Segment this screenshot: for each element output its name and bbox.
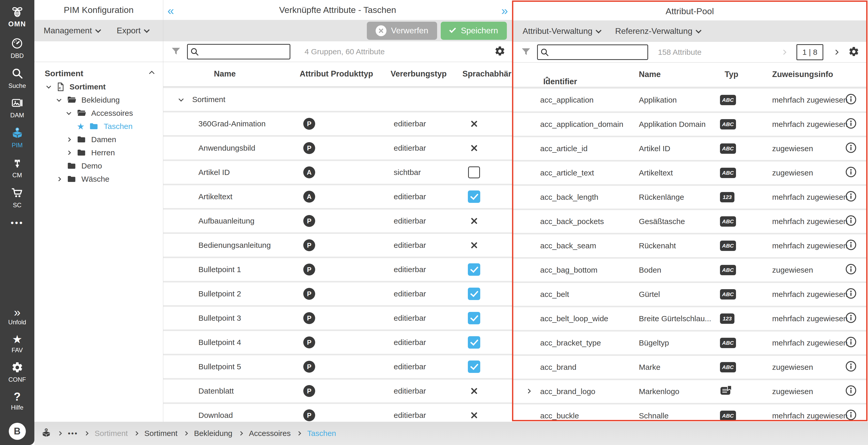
- sidebar-item-fav[interactable]: ★ FAV: [11, 333, 23, 354]
- tree-node-accessoires[interactable]: Accessoires: [34, 107, 163, 120]
- table-row[interactable]: Aufbauanleitung editierbar: [163, 208, 512, 232]
- omn-logo[interactable]: OMN: [8, 5, 26, 28]
- referenz-verwaltung-menu[interactable]: Referenz-Verwaltung: [615, 26, 701, 36]
- tree-node-bekleidung[interactable]: Bekleidung: [34, 93, 163, 107]
- sidebar-item-dbd[interactable]: DBD: [10, 37, 24, 59]
- table-row[interactable]: acc_belt Gürtel ABC: [513, 281, 866, 306]
- language-dependent-toggle[interactable]: [468, 190, 480, 203]
- table-settings-gear-icon[interactable]: [494, 46, 505, 58]
- expander-icon[interactable]: [66, 138, 71, 141]
- page-previous-icon[interactable]: [781, 50, 786, 55]
- expand-panel-icon[interactable]: »: [501, 4, 508, 18]
- sidebar-item-conf[interactable]: CONF: [8, 361, 26, 383]
- pim-context-icon[interactable]: P: [41, 427, 52, 440]
- sidebar-item-hilfe[interactable]: ? Hilfe: [11, 391, 23, 411]
- language-dependent-toggle[interactable]: [468, 360, 480, 373]
- tree-node-herren[interactable]: Herren: [34, 146, 163, 159]
- table-row[interactable]: acc_back_pockets Gesäßtasche ABC: [513, 209, 866, 233]
- table-row[interactable]: Anwendungsbild editierbar: [163, 135, 512, 159]
- table-row[interactable]: acc_belt_loop_wide Breite Gürtelschlau..…: [513, 306, 866, 330]
- filter-funnel-icon[interactable]: [170, 46, 181, 58]
- group-row-sortiment[interactable]: Sortiment: [163, 87, 512, 111]
- table-row[interactable]: Bulletpoint 5 editierbar: [163, 354, 512, 378]
- table-row[interactable]: Download editierbar: [163, 403, 512, 422]
- expander-icon[interactable]: [46, 85, 52, 89]
- favorite-star-icon[interactable]: ★: [77, 122, 85, 131]
- collapse-panel-icon[interactable]: «: [167, 4, 174, 18]
- table-row[interactable]: acc_application Applikation ABC: [513, 87, 866, 111]
- search-input[interactable]: [537, 44, 648, 60]
- tree-node-waesche[interactable]: Wäsche: [34, 172, 163, 185]
- tree-node-demo[interactable]: Demo: [34, 159, 163, 172]
- info-icon[interactable]: [845, 190, 857, 204]
- table-row[interactable]: Bulletpoint 3 editierbar: [163, 305, 512, 329]
- more-apps-icon[interactable]: •••: [10, 218, 24, 228]
- expander-icon[interactable]: [66, 151, 71, 154]
- language-dependent-toggle[interactable]: [468, 142, 480, 154]
- table-row[interactable]: acc_brand_logo Markenlogo: [513, 379, 866, 403]
- table-row[interactable]: acc_back_seam Rückenaht ABC: [513, 233, 866, 257]
- info-icon[interactable]: [845, 142, 857, 155]
- table-row[interactable]: Bedienungsanleitung editierbar: [163, 232, 512, 257]
- info-icon[interactable]: [845, 166, 857, 180]
- language-dependent-toggle[interactable]: [468, 385, 480, 397]
- column-header-produkttyp[interactable]: Attribut Produkttyp: [300, 69, 373, 79]
- info-icon[interactable]: [845, 118, 857, 131]
- user-avatar[interactable]: B: [9, 423, 26, 440]
- column-header-name[interactable]: Name: [214, 69, 236, 79]
- language-dependent-toggle[interactable]: [468, 263, 480, 276]
- language-dependent-toggle[interactable]: [468, 312, 480, 325]
- breadcrumb-item-bekleidung[interactable]: Bekleidung: [194, 429, 232, 438]
- tree-section-header[interactable]: Sortiment: [45, 67, 154, 80]
- tree-node-damen[interactable]: Damen: [34, 133, 163, 146]
- table-row[interactable]: 360Grad-Animation editierbar: [163, 111, 512, 135]
- info-icon[interactable]: [845, 288, 857, 301]
- filter-funnel-icon[interactable]: [521, 46, 531, 58]
- sidebar-item-dam[interactable]: DAM: [10, 97, 24, 119]
- table-row[interactable]: acc_back_length Rückenlänge 123: [513, 184, 866, 209]
- info-icon[interactable]: [845, 336, 857, 350]
- table-row[interactable]: Bulletpoint 4 editierbar: [163, 329, 512, 354]
- breadcrumb-item-sortiment-2[interactable]: Sortiment: [145, 429, 178, 438]
- language-dependent-toggle[interactable]: [468, 166, 480, 179]
- info-icon[interactable]: [845, 239, 857, 253]
- table-settings-gear-icon[interactable]: [848, 46, 860, 58]
- info-icon[interactable]: [845, 409, 857, 421]
- info-icon[interactable]: [845, 93, 857, 107]
- table-row[interactable]: acc_article_text Artikeltext ABC: [513, 160, 866, 184]
- table-row[interactable]: Bulletpoint 1 editierbar: [163, 257, 512, 281]
- breadcrumb-item-accessoires[interactable]: Accessoires: [249, 429, 291, 438]
- column-header-vererbungstyp[interactable]: Vererbungstyp: [391, 69, 447, 79]
- table-row[interactable]: acc_article_id Artikel ID ABC: [513, 136, 866, 160]
- table-row[interactable]: Bulletpoint 2 editierbar: [163, 281, 512, 305]
- table-row[interactable]: acc_brand Marke ABC: [513, 354, 866, 379]
- sidebar-item-sc[interactable]: SC: [10, 186, 24, 209]
- table-row[interactable]: Datenblatt editierbar: [163, 378, 512, 403]
- table-row[interactable]: Artikeltext editierbar: [163, 184, 512, 208]
- row-expander-icon[interactable]: [527, 389, 530, 394]
- column-header-name[interactable]: Name: [639, 70, 660, 79]
- column-header-zuweisungsinfo[interactable]: Zuweisungsinfo: [772, 70, 833, 79]
- info-icon[interactable]: [845, 360, 857, 374]
- export-menu[interactable]: Export: [117, 26, 149, 35]
- breadcrumb-item-taschen-current[interactable]: Taschen: [307, 429, 336, 438]
- sidebar-item-pim-active[interactable]: P PIM: [10, 126, 24, 149]
- search-input[interactable]: [187, 44, 290, 59]
- breadcrumb-item-sortiment[interactable]: Sortiment: [95, 429, 128, 438]
- language-dependent-toggle[interactable]: [468, 214, 480, 228]
- discard-button[interactable]: Verwerfen: [367, 22, 437, 40]
- page-next-icon[interactable]: [833, 50, 839, 55]
- info-icon[interactable]: [845, 312, 857, 326]
- expander-icon[interactable]: [56, 98, 62, 102]
- expander-icon[interactable]: [56, 178, 62, 181]
- table-row[interactable]: acc_application_domain Applikation Domai…: [513, 111, 866, 136]
- tree-node-sortiment-root[interactable]: c Sortiment: [34, 80, 163, 93]
- save-button[interactable]: Speichern: [441, 22, 507, 40]
- language-dependent-toggle[interactable]: [468, 409, 480, 422]
- sidebar-item-unfold[interactable]: » Unfold: [8, 307, 26, 326]
- table-row[interactable]: acc_bracket_type Bügeltyp ABC: [513, 330, 866, 354]
- language-dependent-toggle[interactable]: [468, 239, 480, 252]
- attribut-verwaltung-menu[interactable]: Attribut-Verwaltung: [523, 26, 601, 36]
- info-icon[interactable]: [845, 215, 857, 229]
- page-indicator[interactable]: 1 | 8: [797, 44, 823, 60]
